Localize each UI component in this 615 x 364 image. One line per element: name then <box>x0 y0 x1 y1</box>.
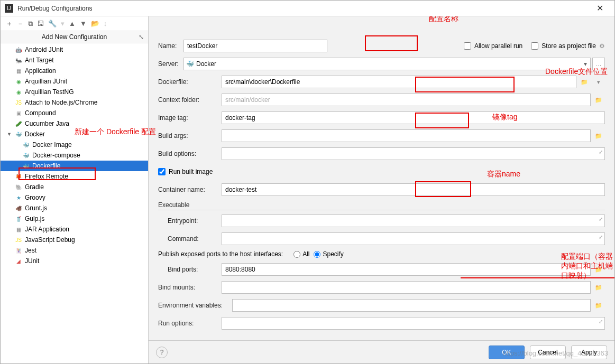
tree-item-arquillian-testng[interactable]: ◉Arquillian TestNG <box>1 87 148 97</box>
copy-icon[interactable]: ⧉ <box>28 20 33 28</box>
tree-item-cucumber-java[interactable]: 🥒Cucumber Java <box>1 118 148 129</box>
save-icon[interactable]: 🖫 <box>37 20 44 27</box>
close-icon[interactable]: ✕ <box>589 3 610 13</box>
sort-icon[interactable]: ↕ <box>104 20 107 27</box>
tree-item-grunt-js[interactable]: 🐗Grunt.js <box>1 203 148 213</box>
remove-icon[interactable]: － <box>17 19 24 29</box>
command-input[interactable] <box>222 232 605 245</box>
tree-item-firefox-remote[interactable]: 🦊Firefox Remote <box>1 171 148 182</box>
context-input[interactable] <box>222 94 591 106</box>
chevron-down-icon[interactable]: ▾ <box>581 60 590 68</box>
entrypoint-input[interactable] <box>222 214 605 227</box>
row-publish: Publish exposed ports to the host interf… <box>158 250 605 258</box>
buildoptions-input[interactable] <box>222 147 605 160</box>
config-type-icon: 🐜 <box>14 56 23 64</box>
cancel-button[interactable]: Cancel <box>530 346 566 359</box>
tree-item-application[interactable]: ▦Application <box>1 66 148 76</box>
tree-item-compound[interactable]: ▣Compound <box>1 108 148 118</box>
tree-item-label: Docker <box>25 130 45 138</box>
browse-icon[interactable]: 📁 <box>592 263 605 276</box>
server-browse-button[interactable]: … <box>592 58 605 70</box>
label-entrypoint: Entrypoint: <box>158 217 222 225</box>
publish-all-radio[interactable] <box>293 251 300 258</box>
folder-icon[interactable]: 📂 <box>91 20 99 27</box>
tree-item-docker[interactable]: ▼🐳Docker <box>1 129 148 139</box>
tree-item-label: Docker-compose <box>32 152 80 159</box>
collapse-icon[interactable]: ⤡ <box>139 33 144 41</box>
config-type-icon: ★ <box>14 193 23 202</box>
config-type-icon: ▣ <box>14 109 23 117</box>
envvars-input[interactable] <box>232 299 591 312</box>
label-dockerfile: Dockerfile: <box>158 78 222 86</box>
config-type-icon: ◢ <box>14 257 23 265</box>
tree-item-docker-image[interactable]: 🐳Docker Image <box>1 139 148 150</box>
wrench-icon[interactable]: 🔧 <box>48 20 57 27</box>
tree-item-label: Attach to Node.js/Chrome <box>25 99 97 106</box>
server-select-wrap[interactable]: 🐳 Docker ▾ <box>183 58 591 70</box>
annot-config-name: 配置名称 <box>429 16 458 24</box>
tree-item-gradle[interactable]: 🐘Gradle <box>1 182 148 192</box>
browse-icon[interactable]: 📁 <box>592 94 605 106</box>
tree-item-dockerfile[interactable]: 🐳Dockerfile <box>1 161 148 171</box>
tree-item-junit[interactable]: ◢JUnit <box>1 256 148 266</box>
tree-item-label: Jest <box>25 247 36 254</box>
bindports-input[interactable] <box>222 263 591 276</box>
tree-item-gulp-js[interactable]: 🥤Gulp.js <box>1 213 148 224</box>
tree-item-android-junit[interactable]: 🤖Android JUnit <box>1 44 148 55</box>
browse-icon[interactable]: 📁 <box>592 299 605 312</box>
gear-icon[interactable]: ⚙ <box>599 42 605 50</box>
down-icon[interactable]: ▼ <box>80 20 87 27</box>
tree-item-groovy[interactable]: ★Groovy <box>1 192 148 203</box>
allow-parallel-checkbox[interactable] <box>464 42 471 50</box>
browse-icon[interactable]: 📁 <box>578 76 591 88</box>
browse-icon[interactable]: 📁 <box>592 129 605 142</box>
tree-item-docker-compose[interactable]: 🐳Docker-compose <box>1 150 148 161</box>
config-toolbar: ＋ － ⧉ 🖫 🔧 ▾ ▲ ▼ 📂 ↕ <box>1 16 148 31</box>
runoptions-input[interactable] <box>222 317 605 330</box>
publish-specify-radio[interactable] <box>314 251 320 258</box>
chevron-down-icon[interactable]: ▾ <box>592 76 605 88</box>
publish-specify-label: Specify <box>323 250 343 258</box>
run-built-checkbox[interactable] <box>158 168 166 175</box>
tree-item-jest[interactable]: 🃏Jest <box>1 245 148 256</box>
tree-item-label: Cucumber Java <box>25 120 69 127</box>
up-icon[interactable]: ▲ <box>69 20 76 27</box>
container-input[interactable] <box>222 183 605 196</box>
label-bindports: Bind ports: <box>158 266 222 273</box>
name-input[interactable] <box>183 40 327 52</box>
store-file-checkbox[interactable] <box>531 42 538 50</box>
config-type-icon: JS <box>14 98 23 107</box>
row-container: Container name: <box>158 183 605 196</box>
help-icon[interactable]: ? <box>156 347 168 358</box>
dockerfile-input[interactable] <box>222 76 576 88</box>
add-icon[interactable]: ＋ <box>6 19 13 29</box>
expand-icon[interactable]: ⤢ <box>599 216 603 222</box>
label-context: Context folder: <box>158 96 222 104</box>
ok-button[interactable]: OK <box>489 346 525 359</box>
row-dockerfile: Dockerfile: 📁 ▾ <box>158 76 605 88</box>
config-type-icon: 🃏 <box>14 246 23 255</box>
arrow-port <box>461 277 614 278</box>
buildargs-input[interactable] <box>222 129 591 142</box>
tree-item-javascript-debug[interactable]: JSJavaScript Debug <box>1 235 148 245</box>
run-built-wrap[interactable]: Run built image <box>158 168 213 175</box>
apply-button[interactable]: Apply <box>571 346 607 359</box>
titlebar: IJ Run/Debug Configurations ✕ <box>1 1 614 16</box>
tree-item-jar-application[interactable]: ▦JAR Application <box>1 224 148 235</box>
expand-icon[interactable]: ⤢ <box>599 149 603 155</box>
right-panel: 配置名称 Name: Allow parallel run Store as p… <box>149 16 614 363</box>
expand-icon[interactable]: ⤢ <box>599 234 603 240</box>
tree-item-attach-to-node-js-chrome[interactable]: JSAttach to Node.js/Chrome <box>1 97 148 108</box>
tree-item-arquillian-junit[interactable]: ◉Arquillian JUnit <box>1 76 148 87</box>
expand-icon[interactable]: ⤢ <box>599 319 603 324</box>
tree-item-ant-target[interactable]: 🐜Ant Target <box>1 55 148 66</box>
expand-icon[interactable]: ▼ <box>7 132 13 137</box>
config-type-icon: ◉ <box>14 88 23 96</box>
label-buildargs: Build args: <box>158 132 222 139</box>
allow-parallel-wrap[interactable]: Allow parallel run <box>464 42 522 50</box>
store-file-wrap[interactable]: Store as project file <box>531 42 596 50</box>
config-type-icon: 🥒 <box>14 119 23 128</box>
imagetag-input[interactable] <box>222 111 605 124</box>
browse-icon[interactable]: 📁 <box>592 281 605 294</box>
bindmounts-input[interactable] <box>222 281 591 294</box>
